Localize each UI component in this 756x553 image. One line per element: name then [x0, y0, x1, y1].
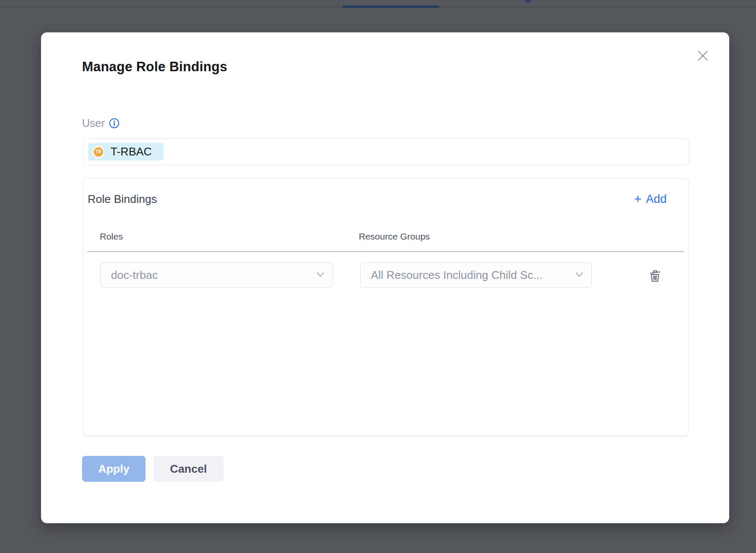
page-title: Manage Role Bindings	[82, 59, 227, 75]
role-bindings-panel: Role Bindings + Add Roles Resource Group…	[83, 178, 689, 436]
role-bindings-header: Role Bindings + Add	[83, 193, 688, 206]
cancel-button[interactable]: Cancel	[153, 456, 224, 482]
resource-group-select-value: All Resources Including Child Sc...	[371, 269, 542, 282]
trash-icon	[647, 267, 663, 284]
add-button-label: Add	[646, 193, 667, 206]
column-header-resource-groups: Resource Groups	[359, 231, 430, 242]
resource-group-select[interactable]: All Resources Including Child Sc...	[360, 262, 592, 288]
chevron-down-icon	[575, 272, 584, 279]
user-chip-name: T-RBAC	[111, 145, 152, 158]
info-icon[interactable]	[109, 118, 120, 129]
user-field[interactable]: TR T-RBAC	[83, 138, 689, 165]
table-header-divider	[87, 251, 684, 252]
role-select[interactable]: doc-trbac	[100, 262, 333, 288]
backdrop-icon-fragment	[524, 0, 531, 3]
apply-button[interactable]: Apply	[82, 456, 146, 482]
role-select-value: doc-trbac	[111, 269, 158, 282]
active-tab-underline	[342, 6, 439, 8]
add-binding-button[interactable]: + Add	[634, 193, 667, 206]
table-row: doc-trbac All Resources Including Child …	[83, 262, 688, 288]
manage-role-bindings-modal: Manage Role Bindings User TR T-RBAC Role…	[41, 32, 729, 523]
chevron-down-icon	[316, 272, 325, 279]
user-label-row: User	[82, 117, 120, 130]
column-header-roles: Roles	[100, 231, 123, 242]
user-avatar: TR	[92, 146, 104, 158]
user-chip[interactable]: TR T-RBAC	[88, 143, 164, 161]
user-label: User	[82, 117, 105, 130]
delete-binding-button[interactable]	[645, 266, 664, 285]
role-bindings-title: Role Bindings	[88, 193, 157, 206]
modal-footer: Apply Cancel	[82, 456, 224, 482]
close-icon[interactable]	[694, 47, 712, 65]
plus-icon: +	[634, 193, 642, 205]
